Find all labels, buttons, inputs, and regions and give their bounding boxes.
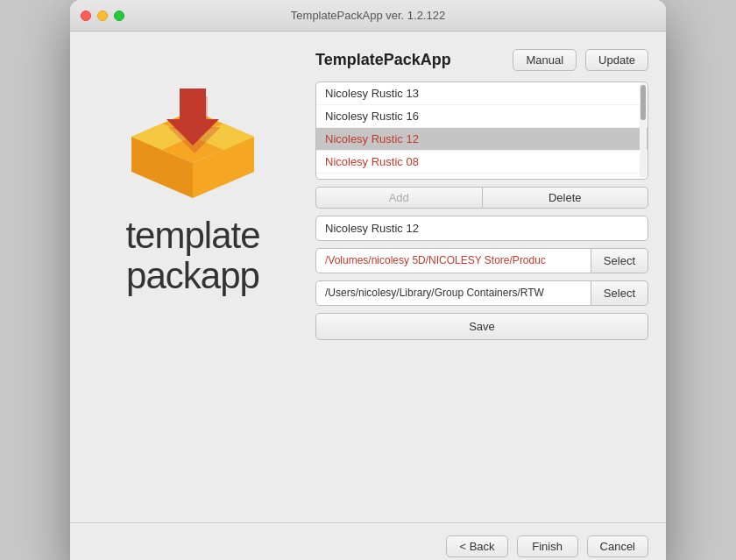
list-item[interactable]: Nicolesy Rustic 13 <box>316 82 648 105</box>
scrollbar-track[interactable] <box>640 83 647 178</box>
footer: < Back Finish Cancel <box>70 522 666 560</box>
app-window: TemplatePackApp ver. 1.2.122 temp <box>70 0 666 560</box>
path2-row: /Users/nicolesy/Library/Group Containers… <box>315 280 648 306</box>
list-item[interactable]: Nicolesy Rustic 08 <box>316 151 648 174</box>
app-branding: template packapp <box>125 216 259 296</box>
finish-button[interactable]: Finish <box>517 535 578 557</box>
header-row: TemplatePackApp Manual Update <box>315 49 648 71</box>
path1-select-button[interactable]: Select <box>591 248 648 273</box>
path2-select-button[interactable]: Select <box>591 280 648 306</box>
titlebar: TemplatePackApp ver. 1.2.122 <box>70 0 666 32</box>
back-button[interactable]: < Back <box>446 535 507 557</box>
list-item-selected[interactable]: Nicolesy Rustic 12 <box>316 128 648 151</box>
close-button[interactable] <box>81 11 91 21</box>
list-item[interactable]: Nicolesy Rustic 15 <box>316 174 648 179</box>
delete-button[interactable]: Delete <box>482 187 649 209</box>
scrollbar-thumb[interactable] <box>640 85 646 120</box>
list-item[interactable]: Nicolesy Rustic 16 <box>316 105 648 128</box>
template-list: Nicolesy Rustic 13 Nicolesy Rustic 16 Ni… <box>315 82 648 180</box>
left-panel: template packapp <box>88 49 298 505</box>
traffic-lights <box>81 11 124 21</box>
minimize-button[interactable] <box>97 11 108 21</box>
path1-row: /Volumes/nicolesy 5D/NICOLESY Store/Prod… <box>315 248 648 273</box>
selected-name-field: Nicolesy Rustic 12 <box>315 216 648 241</box>
manual-button[interactable]: Manual <box>513 49 577 71</box>
save-button[interactable]: Save <box>315 313 648 340</box>
app-title: TemplatePackApp <box>315 51 504 69</box>
right-panel: TemplatePackApp Manual Update Nicolesy R… <box>315 49 648 505</box>
list-scroll[interactable]: Nicolesy Rustic 13 Nicolesy Rustic 16 Ni… <box>316 82 648 179</box>
window-title: TemplatePackApp ver. 1.2.122 <box>291 9 445 22</box>
box-icon <box>114 67 272 207</box>
main-content: template packapp TemplatePackApp Manual … <box>70 32 666 522</box>
path1-field[interactable]: /Volumes/nicolesy 5D/NICOLESY Store/Prod… <box>315 248 591 273</box>
action-row: Add Delete <box>315 187 648 209</box>
path2-field[interactable]: /Users/nicolesy/Library/Group Containers… <box>315 280 591 306</box>
update-button[interactable]: Update <box>585 49 648 71</box>
cancel-button[interactable]: Cancel <box>587 535 648 557</box>
maximize-button[interactable] <box>114 11 124 21</box>
add-button[interactable]: Add <box>315 187 482 209</box>
